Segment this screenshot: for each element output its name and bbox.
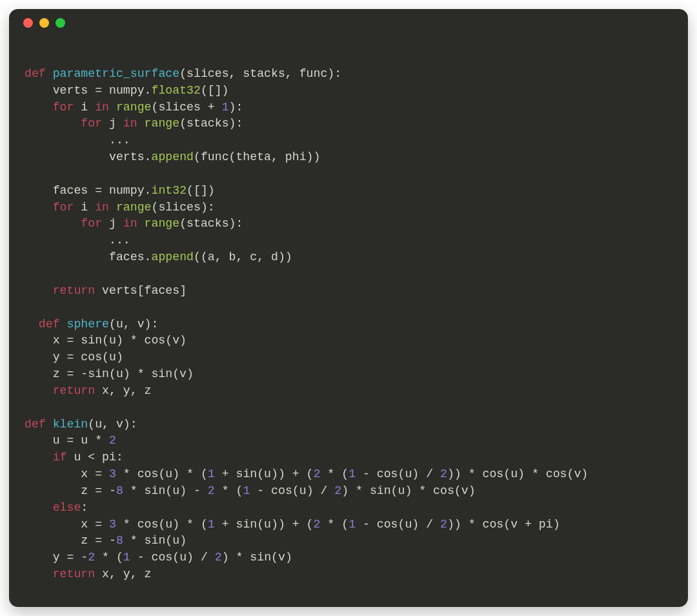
token-kw: return	[53, 384, 102, 397]
token-fnname: parametric_surface	[53, 67, 179, 80]
token-num: 2	[440, 518, 447, 531]
token-kw: for	[81, 117, 109, 130]
token-kw: in	[123, 117, 145, 130]
token-kw: for	[53, 101, 81, 114]
token-num: 2	[88, 551, 95, 564]
minimize-icon[interactable]	[39, 18, 49, 28]
token-num: 2	[208, 484, 215, 497]
token-kw: def	[25, 418, 53, 431]
token-num: 1	[208, 467, 215, 480]
token-call: range	[145, 117, 180, 130]
token-num: 2	[440, 467, 447, 480]
window-titlebar	[9, 9, 688, 36]
token-num: 1	[208, 518, 215, 531]
token-kw: in	[123, 217, 145, 230]
token-call: float32	[151, 84, 200, 97]
token-call: append	[151, 150, 194, 163]
token-kw: def	[25, 67, 53, 80]
token-num: 1	[222, 101, 229, 114]
token-kw: return	[53, 284, 102, 297]
code-area: def parametric_surface(slices, stacks, f…	[9, 36, 688, 607]
token-num: 3	[109, 518, 116, 531]
token-num: 2	[314, 518, 321, 531]
token-num: 2	[334, 484, 341, 497]
token-num: 2	[215, 551, 222, 564]
token-call: range	[116, 201, 152, 214]
token-call: range	[116, 101, 152, 114]
token-num: 1	[123, 551, 130, 564]
token-num: 1	[348, 467, 356, 480]
token-num: 1	[348, 518, 356, 531]
code-content: def parametric_surface(slices, stacks, f…	[25, 49, 672, 583]
editor-window: def parametric_surface(slices, stacks, f…	[9, 9, 688, 607]
app-frame: def parametric_surface(slices, stacks, f…	[0, 0, 697, 616]
token-call: int32	[151, 184, 187, 197]
token-call: append	[151, 251, 194, 263]
token-kw: return	[53, 568, 102, 580]
token-kw: for	[81, 217, 109, 230]
token-num: 8	[116, 484, 123, 497]
token-kw: in	[95, 201, 116, 214]
close-icon[interactable]	[23, 18, 33, 28]
token-kw: in	[95, 101, 116, 114]
token-fnname: sphere	[67, 318, 110, 331]
token-kw: for	[53, 201, 81, 214]
token-kw: else	[53, 501, 81, 514]
token-num: 3	[109, 467, 116, 480]
token-num: 8	[116, 534, 123, 547]
token-num: 2	[314, 467, 321, 480]
token-num: 1	[243, 484, 250, 497]
token-kw: if	[53, 451, 74, 464]
zoom-icon[interactable]	[56, 18, 65, 28]
token-call: range	[145, 217, 180, 230]
token-fnname: klein	[53, 418, 88, 431]
token-kw: def	[39, 318, 67, 331]
token-num: 2	[109, 434, 116, 447]
